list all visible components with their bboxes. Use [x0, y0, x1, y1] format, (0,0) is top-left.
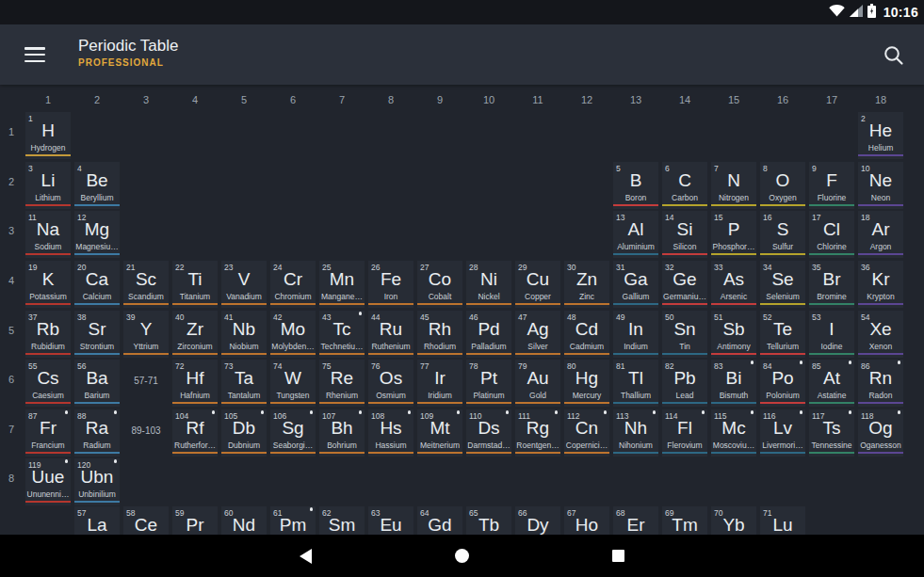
element-cell-au[interactable]: 79AuGold — [515, 360, 560, 407]
element-cell-os[interactable]: 76OsOsmium — [368, 360, 413, 407]
element-cell-lv[interactable]: 116LvLivermori… — [760, 409, 805, 457]
element-cell-kr[interactable]: 36KrKrypton — [858, 261, 903, 308]
element-cell-br[interactable]: 35BrBromine — [809, 261, 854, 308]
element-cell-ge[interactable]: 32GeGermaniu… — [662, 261, 707, 308]
element-cell-mn[interactable]: 25MnMangane… — [319, 261, 365, 308]
element-cell-ra[interactable]: 88RaRadium — [74, 409, 120, 457]
element-cell-fl[interactable]: 114FlFlerovium — [662, 409, 707, 457]
element-cell-pt[interactable]: 78PtPlatinum — [466, 360, 511, 407]
element-cell-be[interactable]: 4BeBeryllium — [74, 162, 120, 209]
element-cell-hg[interactable]: 80HgMercury — [564, 360, 609, 407]
element-cell-v[interactable]: 23VVanadium — [221, 261, 267, 308]
element-cell-zn[interactable]: 30ZnZinc — [564, 261, 609, 308]
element-cell-sg[interactable]: 106SgSeaborgi… — [270, 409, 316, 457]
element-cell-as[interactable]: 33AsArsenic — [711, 261, 756, 308]
element-cell-rb[interactable]: 37RbRubidium — [25, 311, 71, 358]
home-button[interactable] — [447, 535, 476, 577]
element-cell-cu[interactable]: 29CuCopper — [515, 261, 560, 308]
element-cell-te[interactable]: 52TeTellurium — [760, 311, 805, 358]
element-cell-sn[interactable]: 50SnTin — [662, 311, 707, 358]
element-cell-rn[interactable]: 86RnRadon — [858, 360, 903, 407]
element-cell-fr[interactable]: 87FrFrancium — [25, 409, 71, 457]
search-button[interactable] — [882, 44, 904, 67]
category-underline — [172, 452, 218, 455]
menu-button[interactable] — [24, 47, 45, 62]
element-cell-po[interactable]: 84PoPolonium — [760, 360, 805, 407]
element-cell-mo[interactable]: 42MoMolybden… — [270, 311, 316, 358]
element-cell-pd[interactable]: 46PdPalladium — [466, 311, 511, 358]
element-cell-w[interactable]: 74WTungsten — [270, 360, 316, 407]
element-cell-nb[interactable]: 41NbNiobium — [221, 311, 267, 358]
element-symbol: Mt — [417, 418, 462, 439]
element-cell-zr[interactable]: 40ZrZirconium — [172, 311, 218, 358]
element-cell-hs[interactable]: 108HsHassium — [368, 409, 413, 457]
element-cell-y[interactable]: 39YYttrium — [123, 311, 169, 358]
element-cell-rf[interactable]: 104RfRutherfor… — [172, 409, 218, 457]
element-cell-h[interactable]: 1HHydrogen — [25, 112, 71, 159]
element-cell-tl[interactable]: 81TlThallium — [613, 360, 658, 407]
element-cell-i[interactable]: 53IIodine — [809, 311, 854, 358]
element-cell-p[interactable]: 15PPhosphor… — [711, 211, 756, 258]
screen: 10:16 Periodic Table PROFESSIONAL 123456… — [0, 0, 924, 577]
element-cell-mt[interactable]: 109MtMeitnerium — [417, 409, 462, 457]
element-cell-ni[interactable]: 28NiNickel — [466, 261, 511, 308]
element-cell-co[interactable]: 27CoCobalt — [417, 261, 462, 308]
element-cell-ba[interactable]: 56BaBarium — [74, 360, 120, 407]
element-cell-rg[interactable]: 111RgRoentgen… — [515, 409, 560, 457]
element-cell-uue[interactable]: 119UueUnunenni… — [25, 458, 71, 505]
element-cell-li[interactable]: 3LiLithium — [25, 162, 71, 209]
element-cell-ru[interactable]: 44RuRuthenium — [368, 311, 413, 358]
element-cell-ts[interactable]: 117TsTennessine — [809, 409, 854, 457]
element-cell-cs[interactable]: 55CsCaesium — [25, 360, 71, 407]
recents-button[interactable] — [604, 535, 632, 577]
element-cell-cd[interactable]: 48CdCadmium — [564, 311, 609, 358]
element-cell-cl[interactable]: 17ClChlorine — [809, 211, 854, 258]
element-cell-ca[interactable]: 20CaCalcium — [74, 261, 120, 308]
element-cell-ti[interactable]: 22TiTitanium — [172, 261, 218, 308]
element-cell-c[interactable]: 6CCarbon — [662, 162, 707, 209]
element-cell-b[interactable]: 5BBoron — [613, 162, 658, 209]
element-cell-at[interactable]: 85AtAstatine — [809, 360, 854, 407]
element-cell-sr[interactable]: 38SrStrontium — [74, 311, 120, 358]
element-cell-mg[interactable]: 12MgMagnesiu… — [74, 211, 120, 258]
element-cell-re[interactable]: 75ReRhenium — [319, 360, 365, 407]
element-cell-in[interactable]: 49InIndium — [613, 311, 658, 358]
element-cell-n[interactable]: 7NNitrogen — [711, 162, 756, 209]
element-cell-ne[interactable]: 10NeNeon — [858, 162, 903, 209]
element-cell-db[interactable]: 105DbDubnium — [221, 409, 267, 457]
element-cell-nh[interactable]: 113NhNihonium — [613, 409, 658, 457]
element-cell-f[interactable]: 9FFluorine — [809, 162, 854, 209]
element-cell-al[interactable]: 13AlAluminium — [613, 211, 658, 258]
element-cell-ir[interactable]: 77IrIridium — [417, 360, 462, 407]
element-cell-sb[interactable]: 51SbAntimony — [711, 311, 756, 358]
element-cell-xe[interactable]: 54XeXenon — [858, 311, 903, 358]
element-cell-ag[interactable]: 47AgSilver — [515, 311, 560, 358]
element-cell-bh[interactable]: 107BhBohrium — [319, 409, 365, 457]
element-cell-fe[interactable]: 26FeIron — [368, 261, 413, 308]
element-cell-se[interactable]: 34SeSelenium — [760, 261, 805, 308]
element-cell-tc[interactable]: 43TcTechnetiu… — [319, 311, 365, 358]
element-cell-sc[interactable]: 21ScScandium — [123, 261, 169, 308]
element-cell-og[interactable]: 118OgOganesson — [858, 409, 903, 457]
element-cell-ga[interactable]: 31GaGallium — [613, 261, 658, 308]
element-cell-ta[interactable]: 73TaTantalum — [221, 360, 267, 407]
element-cell-ar[interactable]: 18ArArgon — [858, 211, 903, 258]
element-cell-cn[interactable]: 112CnCopernici… — [564, 409, 609, 457]
element-cell-s[interactable]: 16SSulfur — [760, 211, 805, 258]
element-cell-o[interactable]: 8OOxygen — [760, 162, 805, 209]
element-cell-ubn[interactable]: 120UbnUnbinilium — [74, 458, 120, 505]
element-cell-pb[interactable]: 82PbLead — [662, 360, 707, 407]
element-cell-he[interactable]: 2HeHelium — [858, 112, 903, 159]
element-cell-ds[interactable]: 110DsDarmstad… — [466, 409, 511, 457]
element-cell-cr[interactable]: 24CrChromium — [270, 261, 316, 308]
element-cell-bi[interactable]: 83BiBismuth — [711, 360, 756, 407]
element-cell-hf[interactable]: 72HfHafnium — [172, 360, 218, 407]
element-cell-rh[interactable]: 45RhRhodium — [417, 311, 462, 358]
element-cell-mc[interactable]: 115McMoscoviu… — [711, 409, 756, 457]
element-cell-k[interactable]: 19KPotassium — [25, 261, 71, 308]
element-symbol: Ag — [515, 319, 560, 340]
back-button[interactable] — [291, 535, 319, 577]
element-cell-na[interactable]: 11NaSodium — [25, 211, 71, 258]
element-symbol: Cn — [564, 418, 609, 439]
element-cell-si[interactable]: 14SiSilicon — [662, 211, 707, 258]
